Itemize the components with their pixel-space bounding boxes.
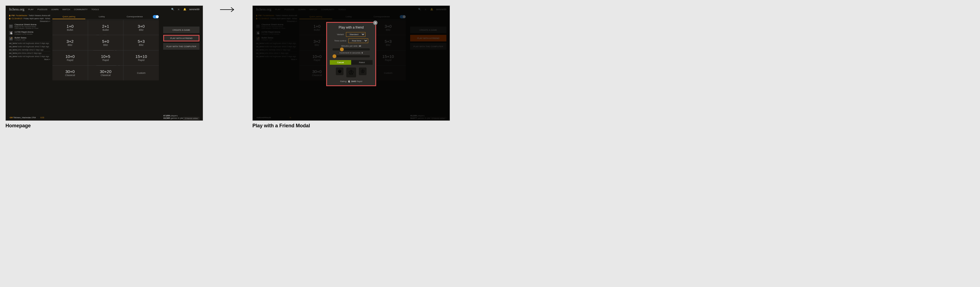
modal-title: Play with a friend [330, 26, 372, 29]
increment-slider[interactable] [332, 55, 370, 57]
leaderboard-panel: 🏆 LeaderboardMore » GMArka50☗ 30737GMJep… [293, 120, 350, 121]
time-cell[interactable]: 10+0Rapid [52, 51, 88, 65]
puzzle-board[interactable]: Puzzle of the day ♚♟♟♟ ♞♙ ♙♔ [164, 120, 199, 121]
pool-toggle[interactable] [153, 15, 159, 18]
streamer-item[interactable]: CLSmith15 Friday night game night - lich… [9, 17, 50, 20]
nav-puzzles[interactable]: PUZZLES [38, 8, 48, 11]
lobby-tabs: Quick pairing Lobby Correspondence [52, 14, 159, 19]
activity-item[interactable]: sai_tama hosts not bughouse simul 2 days… [9, 41, 50, 45]
time-cell[interactable]: 1+0Bullet [52, 20, 88, 35]
create-game-button[interactable]: CREATE A GAME [163, 27, 199, 33]
streamer-item[interactable]: FM FedaMaster Twitch Viewers Arena with … [9, 14, 50, 17]
puzzle-board[interactable]: Puzzle of the day ♚♟ ♙♔ [411, 120, 446, 121]
center-column: Quick pairing Lobby Correspondence ♞1+0B… [50, 14, 161, 120]
tourney-item[interactable]: 🛡Classical Shield ArenaBattle for the Cl… [9, 22, 50, 30]
color-white-button[interactable]: ♔ [359, 67, 366, 75]
bell-icon[interactable]: 🔔 [183, 8, 186, 11]
friends-widget[interactable]: 0 friends online [183, 117, 199, 120]
tourney-item[interactable]: 💣Bullet Swiss2 players • join [9, 36, 50, 41]
play-friend-button[interactable]: PLAY WITH A FRIEND [163, 35, 199, 41]
rated-button[interactable]: Rated [351, 60, 372, 65]
right-column: CREATE A GAME PLAY WITH A FRIEND PLAY WI… [161, 14, 199, 120]
activity-item[interactable]: sai_tama joins bmxu simul 2 days ago [9, 51, 50, 54]
activity-item[interactable]: sai_tama hosts not bughouse simul 2 days… [9, 54, 50, 58]
winners-panel: 🏅 Tournament winnersMore » IMopperwezenY… [352, 120, 409, 121]
time-cell[interactable]: 5+3Blitz [124, 35, 159, 50]
time-cell[interactable]: 3+2Blitz [52, 35, 88, 50]
play-friend-modal: ✕ Play with a friend VariantStandard Tim… [326, 22, 376, 86]
color-black-button[interactable]: ♚ [336, 67, 344, 75]
nav-tools[interactable]: TOOLS [91, 8, 99, 11]
modal-rating: Rating: 🐇 1643 Rapid [330, 80, 372, 83]
nav-watch[interactable]: WATCH [62, 8, 70, 11]
tv-board[interactable]: GM Tilicheev_Viacheslav 27640:33 ♜♝♚ ♟♟♟… [9, 120, 45, 121]
timecontrol-select[interactable]: Real time [348, 38, 368, 43]
tab-lobby[interactable]: Lobby [85, 14, 118, 19]
casual-button[interactable]: Casual [330, 60, 351, 65]
increment-label: Increment in seconds: 0 [330, 52, 372, 54]
leaderboard-panel: 🏆 LeaderboardMore » GMArka50☗ 30737GMJep… [46, 120, 103, 121]
close-icon[interactable]: ✕ [373, 21, 377, 25]
time-cell[interactable]: Custom [124, 65, 159, 80]
live-dot-icon [9, 18, 10, 19]
time-cell[interactable]: 2+1Bullet [88, 20, 124, 35]
nav-learn[interactable]: LEARN [51, 8, 59, 11]
winners-panel: 🏅 Tournament winnersMore » IMopperwezenY… [105, 120, 162, 121]
time-grid: ♞1+0Bullet2+1Bullet3+0Blitz3+2Blitz5+0Bl… [52, 20, 159, 80]
tourney-item[interactable]: 🐇≤1700 Rapid Arena6 players • in 22 minu… [9, 30, 50, 36]
rabbit-icon: 🐇 [9, 31, 13, 35]
time-cell[interactable]: 15+10Rapid [124, 51, 159, 65]
bomb-icon: 💣 [9, 37, 13, 41]
timecontrol-label: Time control [334, 40, 346, 42]
logo[interactable]: lichess.org [9, 7, 24, 11]
challenge-icon[interactable]: ⚔ [177, 8, 180, 11]
tab-quick-pairing[interactable]: Quick pairing [52, 14, 85, 19]
color-buttons: ♚ ♔ ♔ [330, 67, 372, 77]
time-cell[interactable]: 3+0Blitz [124, 20, 159, 35]
time-cell[interactable]: 30+20Classical [88, 65, 124, 80]
nav-play[interactable]: PLAY [28, 8, 34, 11]
streamers-link[interactable]: Streamers » [9, 20, 50, 22]
shield-icon: 🛡 [9, 24, 13, 28]
color-random-button[interactable]: ♔ [346, 67, 356, 77]
modal-frame: lichess.org PLAY PUZZLES LEARN WATCH COM… [252, 5, 450, 121]
username[interactable]: serene99 [189, 8, 199, 11]
left-column: FM FedaMaster Twitch Viewers Arena with … [9, 14, 50, 120]
site-header: lichess.org PLAY PUZZLES LEARN WATCH COM… [6, 6, 203, 13]
time-cell[interactable]: 10+5Rapid [88, 51, 124, 65]
caption-b: Play with a Friend Modal [252, 123, 450, 129]
time-cell[interactable]: 30+0Classical [52, 65, 88, 80]
mode-buttons: Casual Rated [330, 60, 372, 65]
play-computer-button[interactable]: PLAY WITH THE COMPUTER [163, 43, 199, 49]
tv-board[interactable]: realtomethheude¾ ♜♚ ♟♟ ♙♔ [256, 120, 292, 121]
variant-label: Variant [337, 33, 344, 36]
more-link[interactable]: More » [9, 58, 50, 61]
arrow-icon [214, 5, 242, 14]
nav-community[interactable]: COMMUNITY [74, 8, 88, 11]
homepage-frame: lichess.org PLAY PUZZLES LEARN WATCH COM… [5, 5, 203, 121]
time-cell[interactable]: 5+0Blitz [88, 35, 124, 50]
live-dot-icon [9, 15, 10, 16]
tab-correspondence[interactable]: Correspondence [118, 14, 151, 19]
bottom-row: GM Tilicheev_Viacheslav 27640:33 ♜♝♚ ♟♟♟… [6, 120, 203, 121]
bottom-row: realtomethheude¾ ♜♚ ♟♟ ♙♔ 🏆 LeaderboardM… [253, 120, 450, 121]
search-icon[interactable]: 🔍 [171, 8, 174, 11]
activity-item[interactable]: sai_tama hosts not bughouse simul 2 days… [9, 45, 50, 48]
activity-item[interactable]: sai_tama joins eameija simul 2 days ago [9, 48, 50, 51]
caption-a: Homepage [5, 123, 203, 129]
minutes-slider[interactable] [332, 48, 370, 51]
variant-select[interactable]: Standard [346, 32, 366, 37]
minutes-label: Minutes per side: 10 [330, 45, 372, 47]
